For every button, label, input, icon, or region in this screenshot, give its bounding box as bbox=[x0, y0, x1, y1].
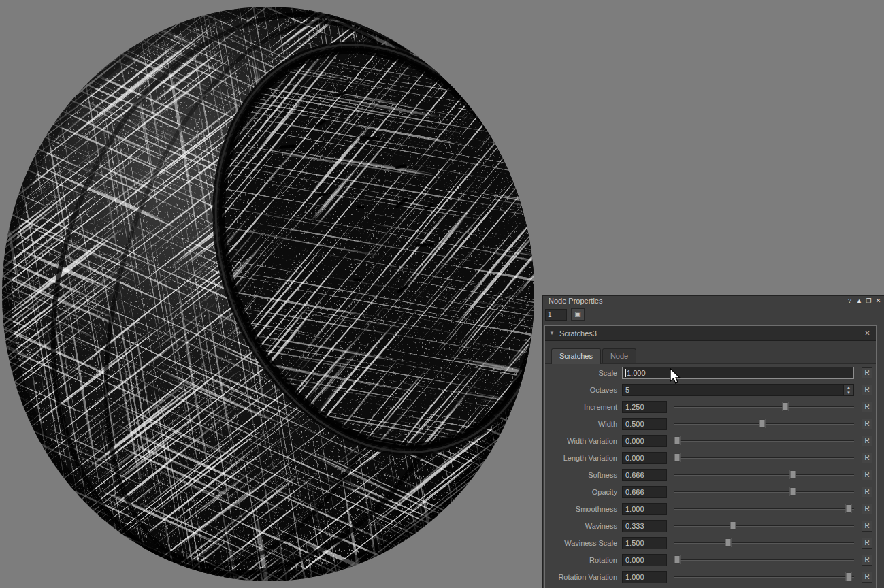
param-slider[interactable] bbox=[674, 554, 854, 566]
param-value-text: 1.500 bbox=[625, 539, 644, 547]
param-value-text: 1.000 bbox=[627, 369, 646, 377]
param-value-field[interactable]: 1.000 bbox=[622, 367, 854, 379]
slider-track bbox=[674, 576, 854, 578]
reset-button[interactable]: R bbox=[862, 419, 872, 429]
param-slider-handle[interactable] bbox=[730, 521, 736, 530]
tab-scratches[interactable]: Scratches bbox=[551, 348, 601, 364]
param-label: Scale bbox=[545, 369, 622, 377]
param-value-text: 1.000 bbox=[625, 505, 644, 513]
panel-title: Node Properties bbox=[549, 297, 603, 305]
node-box: ▼ Scratches3 ✕ Scratches Node Scale 1.00… bbox=[544, 325, 877, 588]
slider-track bbox=[674, 559, 854, 561]
reset-button[interactable]: R bbox=[862, 385, 872, 395]
reset-button[interactable]: R bbox=[862, 402, 872, 412]
param-value-field[interactable]: 1.000 bbox=[622, 571, 667, 583]
param-label: Rotation bbox=[545, 556, 622, 564]
param-slider[interactable] bbox=[674, 469, 854, 480]
param-value-field[interactable]: 1.000 bbox=[622, 503, 667, 515]
reset-button[interactable]: R bbox=[862, 487, 872, 497]
param-slider-handle[interactable] bbox=[783, 402, 789, 411]
param-slider[interactable] bbox=[674, 452, 854, 463]
pinned-count-field[interactable] bbox=[545, 309, 567, 321]
panel-titlebar[interactable]: Node Properties ? ▲ ❐ ✕ bbox=[543, 296, 884, 307]
param-slider[interactable] bbox=[674, 503, 854, 514]
reset-button[interactable]: R bbox=[862, 368, 872, 378]
param-label: Increment bbox=[545, 403, 622, 411]
param-row: Softness 0.666 R bbox=[545, 466, 876, 483]
param-label: Smoothness bbox=[545, 505, 622, 513]
slider-track bbox=[674, 440, 854, 442]
param-slider-handle[interactable] bbox=[674, 436, 681, 445]
param-slider-handle[interactable] bbox=[789, 487, 796, 496]
slider-track bbox=[674, 525, 854, 527]
help-icon[interactable]: ? bbox=[845, 296, 854, 306]
param-value-field[interactable]: 5 ▲ ▼ bbox=[622, 384, 854, 396]
param-value-text: 0.000 bbox=[625, 454, 644, 462]
param-slider[interactable] bbox=[674, 435, 854, 446]
float-window-icon[interactable]: ❐ bbox=[864, 296, 873, 306]
text-caret bbox=[625, 369, 626, 377]
param-list: Scale 1.000 R Octaves 5 ▲ ▼ R Increment … bbox=[545, 364, 876, 585]
param-slider-handle[interactable] bbox=[725, 538, 731, 547]
tabbar: Scratches Node bbox=[545, 341, 876, 364]
param-row: Increment 1.250 R bbox=[545, 398, 876, 415]
param-value-text: 1.000 bbox=[625, 573, 644, 581]
param-value-field[interactable]: 0.500 bbox=[622, 418, 667, 430]
reset-button[interactable]: R bbox=[862, 504, 872, 514]
slider-track bbox=[674, 406, 854, 408]
app-root: Node Properties ? ▲ ❐ ✕ ▣ ▼ Scratches3 ✕… bbox=[0, 0, 884, 588]
param-slider[interactable] bbox=[674, 401, 854, 412]
param-value-field[interactable]: 1.250 bbox=[622, 401, 667, 413]
remove-node-icon[interactable]: ✕ bbox=[863, 329, 872, 337]
spinner-down-icon[interactable]: ▼ bbox=[844, 390, 853, 395]
param-label: Rotation Variation bbox=[545, 573, 622, 581]
param-slider-handle[interactable] bbox=[846, 504, 852, 513]
param-value-field[interactable]: 0.666 bbox=[622, 486, 667, 498]
param-slider[interactable] bbox=[674, 537, 854, 549]
param-row: Waviness 0.333 R bbox=[545, 517, 876, 534]
param-value-field[interactable]: 0.000 bbox=[622, 435, 667, 447]
param-slider-handle[interactable] bbox=[789, 470, 796, 479]
lock-panel-button[interactable]: ▣ bbox=[571, 308, 585, 321]
param-slider[interactable] bbox=[674, 520, 854, 532]
reset-button[interactable]: R bbox=[862, 538, 872, 549]
close-panel-icon[interactable]: ✕ bbox=[874, 296, 883, 306]
reset-button[interactable]: R bbox=[862, 470, 872, 480]
param-value-field[interactable]: 0.000 bbox=[622, 452, 667, 464]
param-value-text: 5 bbox=[625, 386, 629, 394]
param-slider-handle[interactable] bbox=[759, 419, 765, 428]
param-value-field[interactable]: 0.333 bbox=[622, 520, 667, 532]
reset-button[interactable]: R bbox=[862, 453, 872, 463]
param-row: Smoothness 1.000 R bbox=[545, 500, 876, 517]
spinner-up-icon[interactable]: ▲ bbox=[844, 385, 853, 390]
param-slider-handle[interactable] bbox=[846, 572, 852, 581]
param-slider-handle[interactable] bbox=[674, 453, 681, 462]
reset-button[interactable]: R bbox=[862, 436, 872, 446]
reset-button[interactable]: R bbox=[862, 572, 872, 583]
param-label: Opacity bbox=[545, 488, 622, 496]
reset-button[interactable]: R bbox=[862, 555, 872, 566]
param-value-field[interactable]: 0.000 bbox=[622, 554, 667, 566]
spinner[interactable]: ▲ ▼ bbox=[843, 385, 853, 395]
node-properties-panel: Node Properties ? ▲ ❐ ✕ ▣ ▼ Scratches3 ✕… bbox=[542, 295, 884, 588]
reset-button[interactable]: R bbox=[862, 521, 872, 532]
param-slider[interactable] bbox=[674, 486, 854, 497]
param-value-text: 0.666 bbox=[625, 471, 644, 479]
param-label: Waviness Scale bbox=[545, 539, 622, 547]
slider-track bbox=[674, 508, 854, 510]
param-value-field[interactable]: 0.666 bbox=[622, 469, 667, 481]
collapse-panel-icon[interactable]: ▲ bbox=[855, 296, 864, 306]
shader-ball-canvas[interactable] bbox=[0, 0, 544, 588]
param-slider-handle[interactable] bbox=[674, 555, 681, 564]
param-label: Softness bbox=[545, 471, 622, 479]
tab-node[interactable]: Node bbox=[602, 348, 636, 363]
param-value-text: 1.250 bbox=[625, 403, 644, 411]
param-slider[interactable] bbox=[674, 418, 854, 429]
slider-track bbox=[674, 491, 854, 493]
param-value-field[interactable]: 1.500 bbox=[622, 537, 667, 549]
param-row: Width 0.500 R bbox=[545, 415, 876, 432]
collapse-node-icon[interactable]: ▼ bbox=[549, 330, 555, 336]
node-header[interactable]: ▼ Scratches3 ✕ bbox=[545, 326, 876, 341]
panel-toolbar: ▣ bbox=[545, 308, 585, 321]
param-slider[interactable] bbox=[674, 571, 854, 583]
